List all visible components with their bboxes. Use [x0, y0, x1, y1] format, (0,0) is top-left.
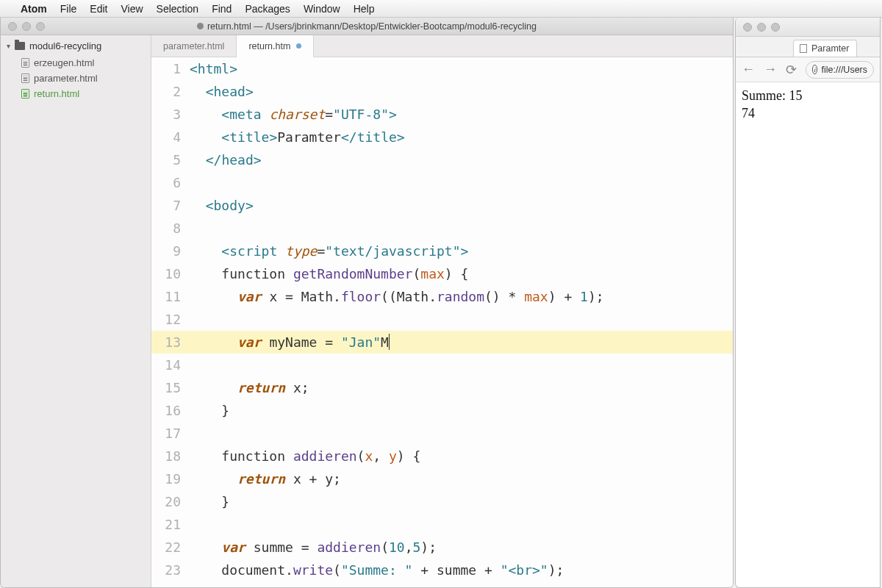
menu-selection[interactable]: Selection — [157, 3, 199, 15]
file-tree-sidebar[interactable]: ▾ modul6-recycling erzeugen.htmlparamete… — [1, 35, 151, 587]
document-icon — [800, 44, 807, 53]
browser-tab[interactable]: Paramter — [793, 40, 857, 57]
line-number: 1 — [151, 57, 190, 80]
minimize-icon[interactable] — [22, 22, 31, 31]
forward-icon[interactable]: → — [764, 62, 777, 77]
code-line[interactable]: 2 <head> — [151, 80, 733, 103]
code-line[interactable]: 11 var x = Math.floor((Math.random() * m… — [151, 285, 733, 308]
line-number: 12 — [151, 308, 190, 331]
code-line[interactable]: 21 — [151, 513, 733, 536]
url-bar[interactable]: i file:///Users — [806, 61, 874, 79]
window-title-text: return.html — /Users/jbrinkmann/Desktop/… — [207, 21, 537, 32]
editor-window: return.html — /Users/jbrinkmann/Desktop/… — [0, 18, 734, 588]
code-line[interactable]: 18 function addieren(x, y) { — [151, 445, 733, 467]
back-icon[interactable]: ← — [742, 62, 755, 77]
file-name: return.html — [34, 88, 79, 99]
line-source: } — [190, 490, 229, 513]
line-number: 8 — [151, 217, 190, 240]
menu-app[interactable]: Atom — [21, 3, 47, 15]
editor-tab[interactable]: return.htm — [237, 35, 314, 57]
line-number: 2 — [151, 80, 190, 103]
line-source: return x + y; — [190, 467, 341, 490]
line-number: 18 — [151, 445, 190, 467]
code-line[interactable]: 15 return x; — [151, 376, 733, 399]
line-number: 21 — [151, 513, 190, 536]
modified-dot-icon — [197, 23, 204, 29]
editor-tab[interactable]: parameter.html — [151, 35, 237, 57]
code-area[interactable]: 1<html>2 <head>3 <meta charset="UTF-8">4… — [151, 57, 733, 587]
line-number: 10 — [151, 262, 190, 285]
line-source: </head> — [190, 148, 262, 171]
menu-edit[interactable]: Edit — [90, 3, 107, 15]
code-line[interactable]: 20 } — [151, 490, 733, 513]
titlebar[interactable]: return.html — /Users/jbrinkmann/Desktop/… — [1, 18, 733, 35]
chevron-down-icon: ▾ — [7, 42, 10, 50]
output-line: Summe: 15 — [742, 87, 874, 104]
line-number: 5 — [151, 148, 190, 171]
code-line[interactable]: 23 document.write("Summe: " + summe + "<… — [151, 559, 733, 581]
line-source: <title>Paramter</title> — [190, 126, 405, 148]
minimize-icon[interactable] — [757, 23, 766, 32]
code-line[interactable]: 1<html> — [151, 57, 733, 80]
browser-tab-title: Paramter — [811, 43, 849, 54]
zoom-icon[interactable] — [36, 22, 45, 31]
line-source: document.write("Summe: " + summe + "<br>… — [190, 559, 564, 581]
menu-find[interactable]: Find — [212, 3, 232, 15]
project-root[interactable]: ▾ modul6-recycling — [1, 35, 151, 55]
close-icon[interactable] — [743, 23, 752, 32]
code-line[interactable]: 13 var myName = "Jan"M — [151, 331, 733, 354]
line-number: 17 — [151, 422, 190, 445]
code-line[interactable]: 8 — [151, 217, 733, 240]
tab-label: parameter.html — [163, 41, 224, 51]
file-icon — [21, 58, 29, 68]
line-number: 20 — [151, 490, 190, 513]
menubar: Atom File Edit View Selection Find Packa… — [0, 0, 882, 18]
line-number: 15 — [151, 376, 190, 399]
browser-page: Summe: 15 74 — [736, 82, 880, 127]
code-line[interactable]: 3 <meta charset="UTF-8"> — [151, 103, 733, 126]
line-source: <script type="text/javascript"> — [190, 240, 468, 262]
menu-window[interactable]: Window — [304, 3, 340, 15]
code-line[interactable]: 9 <script type="text/javascript"> — [151, 240, 733, 262]
browser-titlebar[interactable] — [736, 18, 880, 37]
code-line[interactable]: 12 — [151, 308, 733, 331]
zoom-icon[interactable] — [771, 23, 780, 32]
line-number: 4 — [151, 126, 190, 148]
line-number: 11 — [151, 285, 190, 308]
code-line[interactable]: 5 </head> — [151, 148, 733, 171]
code-line[interactable]: 16 } — [151, 399, 733, 422]
project-name: modul6-recycling — [29, 40, 101, 51]
line-number: 3 — [151, 103, 190, 126]
line-source: <body> — [190, 194, 254, 217]
browser-window: Paramter ← → ⟳ i file:///Users Summe: 15… — [735, 18, 881, 588]
line-source: var myName = "Jan"M — [190, 331, 390, 354]
menu-view[interactable]: View — [121, 3, 143, 15]
line-number: 16 — [151, 399, 190, 422]
menu-file[interactable]: File — [60, 3, 77, 15]
code-line[interactable]: 7 <body> — [151, 194, 733, 217]
file-name: parameter.html — [34, 73, 98, 84]
code-line[interactable]: 4 <title>Paramter</title> — [151, 126, 733, 148]
code-line[interactable]: 17 — [151, 422, 733, 445]
code-line[interactable]: 6 — [151, 171, 733, 194]
line-number: 22 — [151, 536, 190, 559]
code-line[interactable]: 10 function getRandomNumber(max) { — [151, 262, 733, 285]
reload-icon[interactable]: ⟳ — [786, 62, 797, 78]
code-line[interactable]: 19 return x + y; — [151, 467, 733, 490]
file-tree-item[interactable]: return.html — [17, 86, 151, 101]
editor-pane: parameter.htmlreturn.htm 1<html>2 <head>… — [151, 35, 733, 587]
file-tree-item[interactable]: erzeugen.html — [17, 55, 151, 71]
line-source: } — [190, 399, 229, 422]
file-tree-item[interactable]: parameter.html — [17, 71, 151, 86]
close-icon[interactable] — [8, 22, 17, 31]
file-name: erzeugen.html — [34, 57, 94, 68]
menu-packages[interactable]: Packages — [245, 3, 290, 15]
url-text: file:///Users — [821, 65, 867, 75]
line-source: <head> — [190, 80, 254, 103]
code-line[interactable]: 14 — [151, 354, 733, 376]
line-number: 9 — [151, 240, 190, 262]
code-line[interactable]: 22 var summe = addieren(10,5); — [151, 536, 733, 559]
window-controls — [1, 22, 45, 31]
line-number: 23 — [151, 559, 190, 581]
menu-help[interactable]: Help — [354, 3, 375, 15]
